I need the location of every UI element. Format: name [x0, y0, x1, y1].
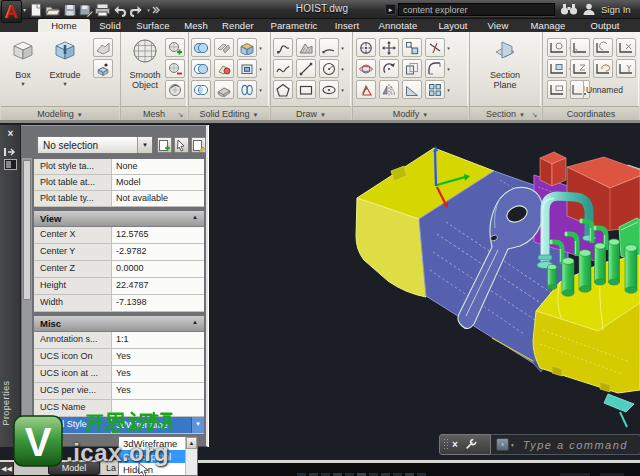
- panel-label-modeling[interactable]: Modeling▼: [1, 106, 119, 121]
- separate-dropdown-arrow-icon[interactable]: ▾: [257, 80, 264, 99]
- m-orbit-button[interactable]: [356, 59, 376, 78]
- qat-qopen-button[interactable]: [44, 1, 61, 18]
- subtract-button[interactable]: [191, 59, 211, 78]
- qat-qnew-button[interactable]: [27, 1, 44, 18]
- m-array-dropdown-arrow-icon[interactable]: ▾: [445, 80, 452, 99]
- toggle-pickadd-button[interactable]: [157, 137, 172, 153]
- rectangle-button[interactable]: [296, 80, 316, 99]
- palette-section-view[interactable]: View▲: [34, 211, 204, 227]
- property-row-height[interactable]: Height 22.4787: [34, 278, 204, 295]
- dropdown-option-hidden[interactable]: Hidden: [119, 463, 185, 476]
- ucs-rotate-button[interactable]: [593, 59, 613, 78]
- ellipse-dropdown-arrow-icon[interactable]: ▾: [339, 80, 346, 99]
- panel-label-draw[interactable]: Draw▼: [271, 106, 351, 121]
- panel-expand-arrow-icon[interactable]: ▼: [320, 112, 326, 118]
- spline-button[interactable]: [273, 59, 293, 78]
- polyline-button[interactable]: [273, 38, 293, 57]
- panel-launcher-icon[interactable]: ↘: [530, 110, 539, 119]
- dropdown-option-3dwireframe[interactable]: 3dWireframe: [119, 437, 185, 450]
- palette-scrollbar-thumb[interactable]: [23, 160, 31, 300]
- separate-button[interactable]: [237, 80, 257, 99]
- arc-dropdown-arrow-icon[interactable]: ▾: [339, 38, 346, 57]
- layout-tab-nav-buttons[interactable]: ◀◀: [0, 462, 14, 475]
- ucs-name-combo[interactable]: Unnamed: [586, 85, 623, 95]
- line-button[interactable]: [296, 59, 316, 78]
- palette-section-misc[interactable]: Misc▲: [34, 316, 204, 332]
- selection-combo-arrow-icon[interactable]: ▼: [137, 137, 152, 153]
- ribbon-tab-insert[interactable]: Insert: [328, 19, 366, 32]
- property-value[interactable]: 3dWireframe▼: [112, 417, 204, 433]
- ribbon-tab-layout[interactable]: Layout: [430, 19, 476, 32]
- property-value[interactable]: 1:1: [112, 332, 204, 348]
- smooth-object-button[interactable]: SmoothObject: [123, 38, 167, 102]
- ribbon-tab-view[interactable]: View: [478, 19, 518, 32]
- property-row-ucs-name[interactable]: UCS Name: [34, 400, 204, 417]
- panel-label-mesh[interactable]: Mesh↘: [121, 106, 187, 121]
- m-gizmo-button[interactable]: [356, 38, 376, 57]
- dropdown-scrollbar[interactable]: ▲: [185, 437, 197, 475]
- person-icon[interactable]: [582, 2, 596, 20]
- property-row-plot-style-ta[interactable]: Plot style ta... None: [34, 159, 204, 175]
- ucs-face-button[interactable]: [547, 59, 567, 78]
- hatch-button[interactable]: [296, 38, 316, 57]
- mesh-plus-button[interactable]: [165, 38, 185, 57]
- quick-select-button[interactable]: [191, 137, 206, 153]
- qat-qplot-button[interactable]: [94, 1, 111, 18]
- ribbon-tab-solid[interactable]: Solid: [92, 19, 128, 32]
- value-dropdown-arrow-icon[interactable]: ▼: [191, 417, 204, 433]
- command-line-settings-icon[interactable]: [464, 438, 477, 451]
- ribbon-tab-annotate[interactable]: Annotate: [368, 19, 428, 32]
- dropdown-scroll-up-icon[interactable]: ▲: [186, 437, 197, 449]
- polysolid-button[interactable]: [93, 38, 113, 57]
- imprint-dropdown-arrow-icon[interactable]: ▾: [257, 59, 264, 78]
- property-row-center-z[interactable]: Center Z 0.0000: [34, 261, 204, 278]
- circle-button[interactable]: [319, 59, 339, 78]
- dropdown-option-conceptual[interactable]: Conceptual: [119, 450, 185, 463]
- property-value[interactable]: None: [112, 159, 204, 174]
- property-value[interactable]: -2.9782: [112, 244, 204, 260]
- ribbon-tab-home[interactable]: Home: [38, 19, 90, 32]
- extrude-face-button[interactable]: [237, 38, 257, 57]
- property-value[interactable]: 0.0000: [112, 261, 204, 277]
- ucs-origin-button[interactable]: [570, 38, 590, 57]
- select-objects-button[interactable]: [174, 137, 189, 153]
- interfere-button[interactable]: [214, 59, 234, 78]
- binoculars-icon[interactable]: [560, 2, 578, 20]
- split-button-arrow-icon[interactable]: ▼: [1, 81, 45, 87]
- union-button[interactable]: [191, 38, 211, 57]
- m-3dscale-button[interactable]: [356, 80, 376, 99]
- extrude-face-dropdown-arrow-icon[interactable]: ▾: [257, 38, 264, 57]
- palette-scrollbar[interactable]: [22, 158, 32, 440]
- ucs-view-button[interactable]: [547, 80, 567, 99]
- panel-label-section[interactable]: Section▼↘: [470, 106, 541, 121]
- m-fillet-dropdown-arrow-icon[interactable]: ▾: [445, 59, 452, 78]
- polygon-button[interactable]: [273, 80, 293, 99]
- command-input[interactable]: › ▾ Type a command: [491, 434, 640, 455]
- property-value[interactable]: 22.4787: [112, 278, 204, 294]
- panel-label-modify[interactable]: Modify▼: [353, 106, 468, 121]
- panel-expand-arrow-icon[interactable]: ▼: [77, 112, 83, 118]
- ellipse-button[interactable]: [319, 80, 339, 99]
- panel-expand-arrow-icon[interactable]: ▼: [519, 112, 525, 118]
- m-rotate-button[interactable]: [379, 59, 399, 78]
- property-row-ucs-icon-at[interactable]: UCS icon at ... Yes: [34, 366, 204, 383]
- property-row-visual-style[interactable]: Visual Style 3dWireframe▼: [34, 417, 204, 434]
- qat-qsave-button[interactable]: [61, 1, 78, 18]
- box-button[interactable]: Box▼: [1, 38, 45, 102]
- command-line-grip[interactable]: ×: [439, 434, 491, 455]
- property-value[interactable]: Yes: [112, 366, 204, 382]
- property-row-ucs-icon-on[interactable]: UCS icon On Yes: [34, 349, 204, 366]
- ucs-prev-button[interactable]: [593, 38, 613, 57]
- m-trim-dropdown-arrow-icon[interactable]: ▾: [445, 38, 452, 57]
- mesh-refine-button[interactable]: [165, 80, 185, 99]
- mesh-minus-button[interactable]: [165, 59, 185, 78]
- command-line-close-icon[interactable]: ×: [452, 439, 458, 450]
- ribbon-tab-manage[interactable]: Manage: [520, 19, 576, 32]
- command-prompt-icon[interactable]: ›: [496, 438, 509, 451]
- property-value[interactable]: Model: [112, 175, 204, 190]
- ribbon-tab-parametric[interactable]: Parametric: [262, 19, 326, 32]
- split-button-arrow-icon[interactable]: ▼: [43, 81, 87, 87]
- property-value[interactable]: Yes: [112, 383, 204, 399]
- application-menu-button[interactable]: [1, 0, 22, 23]
- panel-expand-arrow-icon[interactable]: ▼: [422, 112, 428, 118]
